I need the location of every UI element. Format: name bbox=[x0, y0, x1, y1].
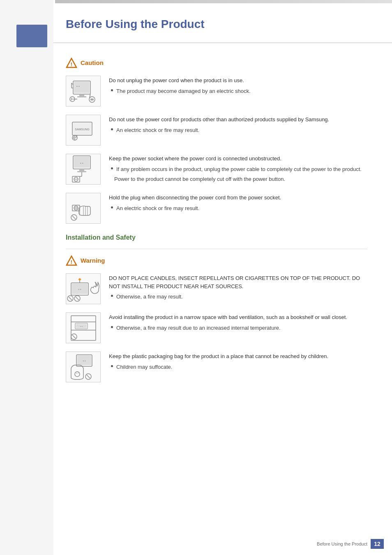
bullet-dot bbox=[111, 326, 113, 328]
caution-text-2: Do not use the power cord for products o… bbox=[109, 115, 367, 134]
caution-bullet-text-3: If any problem occurs in the product, un… bbox=[116, 165, 362, 173]
svg-rect-9 bbox=[79, 94, 84, 96]
svg-point-32 bbox=[74, 177, 78, 181]
warning-triangle-icon: ! bbox=[66, 255, 77, 265]
caution-bullet-text-2: An electric shock or fire may result. bbox=[116, 126, 199, 134]
svg-text:• •: • • bbox=[80, 161, 83, 165]
caution-section-header: ! Caution bbox=[66, 58, 367, 67]
caution-main-4: Hold the plug when disconnecting the pow… bbox=[109, 194, 367, 202]
warning-image-3: • • bbox=[66, 352, 101, 382]
page-header: Before Using the Product bbox=[53, 6, 392, 43]
svg-text:• •: • • bbox=[78, 288, 81, 291]
warning-section-header: ! Warning bbox=[66, 255, 367, 265]
caution-bullet-3: If any problem occurs in the product, un… bbox=[111, 165, 367, 173]
svg-line-68 bbox=[78, 373, 78, 373]
warning-bullet-1: Otherwise, a fire may result. bbox=[111, 293, 367, 301]
installation-heading: Installation and Safety bbox=[66, 232, 367, 241]
caution-image-4 bbox=[66, 193, 101, 224]
section-divider bbox=[66, 249, 367, 249]
caution-bullet-text-1: The product may become damaged by an ele… bbox=[116, 87, 251, 95]
warning-image-2: • • bbox=[66, 312, 101, 343]
svg-line-54 bbox=[76, 297, 79, 300]
caution-image-1: • • bbox=[66, 76, 101, 106]
header-blue-accent bbox=[16, 25, 47, 47]
svg-text:SAMSUNG: SAMSUNG bbox=[75, 128, 89, 131]
warning-item-1: • • DO NOT PLACE CANDLES, INSECT REPELLA… bbox=[66, 273, 367, 304]
caution-item-2: SAMSUNG Do not use the power cord for pr… bbox=[66, 115, 367, 146]
warning-bullet-text-1: Otherwise, a fire may result. bbox=[116, 293, 183, 301]
caution-item-1: • • Do not unplug the power cord when th… bbox=[66, 76, 367, 106]
left-sidebar bbox=[0, 0, 53, 555]
footer-label: Before Using the Product bbox=[317, 541, 367, 546]
caution-text-1: Do not unplug the power cord when the pr… bbox=[109, 76, 367, 95]
warning-main-1: DO NOT PLACE CANDLES, INSECT REPELLANTS … bbox=[109, 274, 367, 290]
bullet-dot bbox=[111, 365, 113, 367]
svg-line-62 bbox=[72, 335, 76, 338]
svg-text:• •: • • bbox=[76, 84, 80, 88]
warning-text-1: DO NOT PLACE CANDLES, INSECT REPELLANTS … bbox=[109, 273, 367, 301]
svg-text:!: ! bbox=[71, 61, 72, 67]
svg-text:• •: • • bbox=[80, 325, 83, 328]
warning-title: Warning bbox=[81, 257, 105, 264]
svg-text:!: ! bbox=[71, 259, 72, 265]
caution-main-3: Keep the power socket where the power co… bbox=[109, 155, 367, 163]
svg-point-36 bbox=[74, 206, 78, 210]
bullet-dot bbox=[111, 128, 113, 130]
top-decorative-bar bbox=[55, 0, 392, 3]
page-footer: Before Using the Product 12 bbox=[317, 539, 384, 549]
caution-text-3: Keep the power socket where the power co… bbox=[109, 154, 367, 183]
svg-rect-10 bbox=[77, 96, 86, 97]
warning-text-2: Avoid installing the product in a narrow… bbox=[109, 312, 367, 332]
caution-bullet-1: The product may become damaged by an ele… bbox=[111, 87, 367, 95]
caution-main-2: Do not use the power cord for products o… bbox=[109, 116, 367, 124]
caution-title: Caution bbox=[81, 59, 104, 66]
caution-bullet-4: An electric shock or fire may result. bbox=[111, 204, 367, 213]
page-title: Before Using the Product bbox=[66, 18, 205, 31]
svg-point-66 bbox=[75, 372, 80, 377]
svg-line-52 bbox=[69, 297, 72, 300]
svg-line-70 bbox=[87, 375, 90, 378]
svg-line-44 bbox=[72, 216, 76, 219]
caution-item-3: • • Keep the power socket where the powe… bbox=[66, 154, 367, 185]
svg-line-67 bbox=[76, 373, 77, 374]
caution-extra-3: Power to the product cannot be completel… bbox=[114, 175, 367, 183]
svg-rect-29 bbox=[77, 171, 86, 172]
warning-bullet-text-3: Children may suffocate. bbox=[116, 363, 172, 371]
warning-text-3: Keep the plastic packaging bag for the p… bbox=[109, 352, 367, 371]
bullet-dot bbox=[111, 89, 113, 91]
caution-image-2: SAMSUNG bbox=[66, 115, 101, 146]
warning-item-2: • • Avoid installing the product in a na… bbox=[66, 312, 367, 343]
caution-item-4: Hold the plug when disconnecting the pow… bbox=[66, 193, 367, 224]
warning-bullet-text-2: Otherwise, a fire may result due to an i… bbox=[116, 324, 281, 332]
warning-main-2: Avoid installing the product in a narrow… bbox=[109, 313, 367, 321]
caution-bullet-2: An electric shock or fire may result. bbox=[111, 126, 367, 134]
warning-bullet-3: Children may suffocate. bbox=[111, 363, 367, 371]
warning-image-1: • • bbox=[66, 273, 101, 304]
warning-bullet-2: Otherwise, a fire may result due to an i… bbox=[111, 324, 367, 332]
warning-item-3: • • Keep the plastic packaging bag for t… bbox=[66, 352, 367, 382]
caution-image-3: • • bbox=[66, 154, 101, 185]
bullet-dot bbox=[111, 206, 113, 208]
bullet-dot bbox=[111, 295, 113, 297]
warning-main-3: Keep the plastic packaging bag for the p… bbox=[109, 352, 367, 361]
page-number: 12 bbox=[371, 539, 384, 549]
svg-text:• •: • • bbox=[83, 359, 85, 362]
caution-main-1: Do not unplug the power cord when the pr… bbox=[109, 76, 367, 85]
svg-rect-28 bbox=[79, 169, 84, 171]
bullet-dot bbox=[111, 167, 113, 169]
caution-bullet-text-4: An electric shock or fire may result. bbox=[116, 204, 199, 213]
main-content: ! Caution • • bbox=[53, 45, 380, 399]
caution-triangle-icon: ! bbox=[66, 58, 77, 67]
caution-text-4: Hold the plug when disconnecting the pow… bbox=[109, 193, 367, 212]
